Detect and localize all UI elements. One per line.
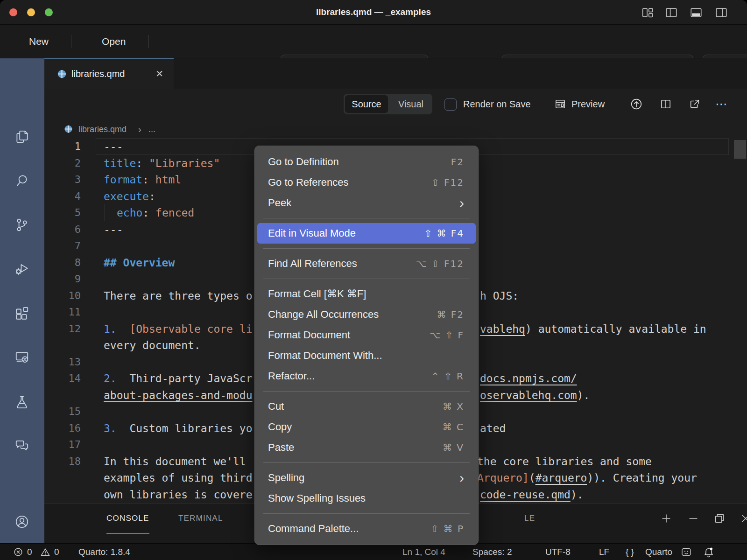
menu-item-label: Refactor... [268,370,431,382]
menu-item-edit-in-visual-mode[interactable]: Edit in Visual Mode⇧ ⌘ F4 [257,223,476,244]
code-fragment: the core libraries and some [477,453,652,470]
menu-item-shortcut: ⌥ ⇧ F [430,329,464,341]
line-number: 3 [44,171,81,188]
top-action-bar: New Open Search [0,25,747,58]
menu-item-show-spelling-issues[interactable]: Show Spelling Issues [255,488,478,509]
menu-item-format-cell-k-f[interactable]: Format Cell [⌘K ⌘F] [255,284,478,304]
panel-restore-icon[interactable] [713,512,726,525]
render-icon[interactable] [629,97,643,111]
mode-toggle: Source Visual [344,94,432,114]
menu-item-shortcut: ⌘ F2 [437,309,464,320]
menu-item-label: Show Spelling Issues [268,492,464,504]
line-number: 10 [44,287,81,304]
encoding[interactable]: UTF-8 [545,544,571,560]
panel-tab-console[interactable]: CONSOLE [106,504,149,534]
menu-item-change-all-occurrences[interactable]: Change All Occurrences⌘ F2 [255,304,478,325]
menu-item-format-document-with[interactable]: Format Document With... [255,345,478,366]
code-fragment: ## Overview [104,254,175,271]
menu-item-go-to-definition[interactable]: Go to DefinitionF2 [255,152,478,172]
menu-item-find-all-references[interactable]: Find All References⌥ ⇧ F12 [255,253,478,274]
code-fragment: own libraries is covere [104,486,253,503]
close-tab-icon[interactable]: ✕ [155,59,163,88]
tab-libraries-qmd[interactable]: libraries.qmd ✕ [44,58,174,89]
menu-item-paste[interactable]: Paste⌘ V [255,437,478,458]
menu-item-label: Edit in Visual Mode [268,227,424,239]
code-fragment: 2. Third-party JavaScr [104,370,253,387]
notifications-bell-icon[interactable] [703,546,713,557]
line-number: 16 [44,420,81,437]
line-number: 7 [44,238,81,254]
tab-label: libraries.qmd [71,59,125,88]
line-number: 13 [44,354,81,371]
menu-item-label: Change All Occurrences [268,308,437,321]
line-number: 5 [44,204,81,221]
render-on-save-checkbox[interactable] [444,98,457,111]
editor-more-actions-icon[interactable]: ⋯ [715,94,727,114]
toggle-sidebar-icon[interactable] [714,6,728,20]
menu-item-cut[interactable]: Cut⌘ X [255,396,478,417]
new-button[interactable]: New [29,25,49,58]
menu-item-peek[interactable]: Peek› [255,193,478,213]
menu-separator [263,279,470,279]
customize-layout-icon[interactable] [641,6,655,20]
line-number: 14 [44,370,81,387]
menu-item-format-document[interactable]: Format Document⌥ ⇧ F [255,325,478,345]
breadcrumb-more[interactable]: ... [148,120,155,138]
mode-visual-button[interactable]: Visual [389,94,432,114]
split-editor-layout-icon[interactable] [664,6,678,20]
breadcrumb-file[interactable]: libraries.qmd [78,120,127,138]
menu-item-copy[interactable]: Copy⌘ C [255,417,478,437]
eol-sequence[interactable]: LF [599,544,609,560]
account-icon[interactable] [14,514,30,530]
indentation[interactable]: Spaces: 2 [472,544,512,560]
menu-item-shortcut: ⇧ ⌘ F4 [424,228,464,239]
language-mode[interactable]: Quarto [645,544,672,560]
toggle-panel-icon[interactable] [689,6,703,20]
menu-item-command-palette[interactable]: Command Palette...⇧ ⌘ P [255,518,478,539]
menu-separator [263,218,470,218]
warnings-count[interactable]: 0 [54,544,59,560]
quarto-file-icon [56,69,67,81]
code-fragment: --- [104,138,123,155]
scrollbar-thumb[interactable] [734,140,746,159]
menu-item-label: Peek [268,197,459,209]
line-number: 6 [44,221,81,238]
menu-item-label: Go to Definition [268,156,451,168]
split-editor-icon[interactable] [659,98,672,111]
menu-item-shortcut: ⌘ V [443,442,464,453]
mode-source-button[interactable]: Source [345,95,388,113]
menu-item-go-to-references[interactable]: Go to References⇧ F12 [255,172,478,193]
menu-item-shortcut: ⌘ X [443,401,464,412]
feedback-smiley-icon[interactable] [681,546,691,557]
menu-item-label: Paste [268,441,443,454]
line-number: 11 [44,304,81,321]
menu-separator [263,513,470,514]
panel-plus-icon[interactable] [660,512,673,525]
line-number: 2 [44,155,81,172]
preview-button[interactable]: Preview [571,94,605,114]
menu-item-shortcut: ⇧ ⌘ P [430,523,464,534]
panel-minimize-icon[interactable] [687,512,700,525]
title-bar: libraries.qmd — _examples [0,0,747,25]
cursor-position[interactable]: Ln 1, Col 4 [402,544,445,560]
quarto-version[interactable]: Quarto: 1.8.4 [78,544,130,560]
panel-tab-fragment[interactable]: LE [524,504,535,533]
menu-item-shortcut: ⌘ C [443,421,464,433]
toolbar-divider [71,35,71,48]
menu-item-label: Cut [268,400,443,413]
submenu-chevron-icon: › [459,473,464,483]
line-number: 9 [44,271,81,287]
window-title: libraries.qmd — _examples [0,0,747,24]
menu-item-label: Format Document With... [268,350,464,362]
open-external-icon[interactable] [688,98,701,111]
preview-icon[interactable] [554,98,567,111]
open-button[interactable]: Open [102,25,126,58]
menu-item-refactor[interactable]: Refactor...⌃ ⇧ R [255,366,478,386]
panel-close-icon[interactable] [739,512,747,525]
errors-count[interactable]: 0 [27,544,32,560]
code-fragment: ated [480,420,506,437]
menu-item-spelling[interactable]: Spelling› [255,468,478,488]
errors-icon [13,547,23,557]
line-number: 12 [44,321,81,337]
panel-tab-terminal[interactable]: TERMINAL [178,504,223,533]
